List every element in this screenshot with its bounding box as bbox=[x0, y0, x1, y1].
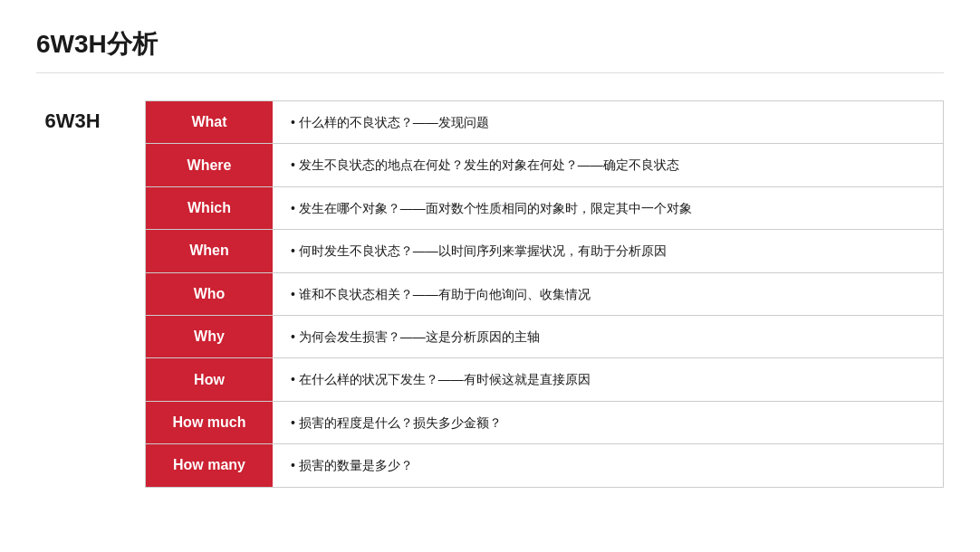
row-key-which: Which bbox=[146, 187, 273, 229]
row-value-1: • 发生不良状态的地点在何处？发生的对象在何处？——确定不良状态 bbox=[273, 144, 943, 186]
row-value-3: • 何时发生不良状态？——以时间序列来掌握状况，有助于分析原因 bbox=[273, 230, 943, 271]
table-row: What• 什么样的不良状态？——发现问题 bbox=[146, 101, 943, 144]
row-value-0: • 什么样的不良状态？——发现问题 bbox=[273, 101, 943, 143]
table-row: Where• 发生不良状态的地点在何处？发生的对象在何处？——确定不良状态 bbox=[146, 144, 943, 186]
table-row: Why• 为何会发生损害？——这是分析原因的主轴 bbox=[146, 316, 943, 358]
row-key-how-much: How much bbox=[146, 402, 273, 443]
content-area: 6W3H What• 什么样的不良状态？——发现问题Where• 发生不良状态的… bbox=[36, 100, 944, 488]
analysis-table: What• 什么样的不良状态？——发现问题Where• 发生不良状态的地点在何处… bbox=[145, 100, 944, 488]
page-title: 6W3H分析 bbox=[36, 27, 944, 73]
row-key-what: What bbox=[146, 101, 273, 143]
row-value-7: • 损害的程度是什么？损失多少金额？ bbox=[273, 402, 943, 443]
table-row: Who• 谁和不良状态相关？——有助于向他询问、收集情况 bbox=[146, 273, 943, 316]
left-label: 6W3H bbox=[36, 100, 109, 133]
table-row: How• 在什么样的状况下发生？——有时候这就是直接原因 bbox=[146, 358, 943, 401]
table-row: When• 何时发生不良状态？——以时间序列来掌握状况，有助于分析原因 bbox=[146, 230, 943, 272]
row-value-8: • 损害的数量是多少？ bbox=[273, 444, 943, 486]
row-value-4: • 谁和不良状态相关？——有助于向他询问、收集情况 bbox=[273, 273, 943, 315]
row-value-6: • 在什么样的状况下发生？——有时候这就是直接原因 bbox=[273, 358, 943, 400]
row-key-why: Why bbox=[146, 316, 273, 357]
table-row: How much• 损害的程度是什么？损失多少金额？ bbox=[146, 402, 943, 444]
row-key-how-many: How many bbox=[146, 444, 273, 486]
row-key-when: When bbox=[146, 230, 273, 271]
row-key-how: How bbox=[146, 358, 273, 400]
row-value-5: • 为何会发生损害？——这是分析原因的主轴 bbox=[273, 316, 943, 357]
row-key-where: Where bbox=[146, 144, 273, 186]
row-key-who: Who bbox=[146, 273, 273, 315]
row-value-2: • 发生在哪个对象？——面对数个性质相同的对象时，限定其中一个对象 bbox=[273, 187, 943, 229]
table-row: Which• 发生在哪个对象？——面对数个性质相同的对象时，限定其中一个对象 bbox=[146, 187, 943, 230]
table-row: How many• 损害的数量是多少？ bbox=[146, 444, 943, 486]
